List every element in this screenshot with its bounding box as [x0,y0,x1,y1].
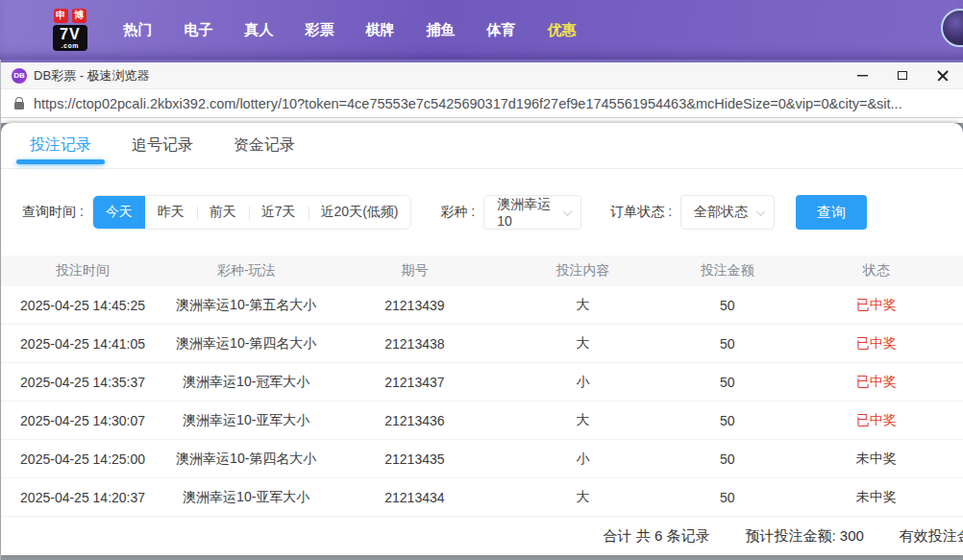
cell-time: 2025-04-25 14:35:37 [1,375,164,390]
column-header: 状态 [790,262,963,280]
nav-item[interactable]: 棋牌 [364,15,397,45]
cell-time: 2025-04-25 14:41:05 [1,336,164,352]
time-filter-option[interactable]: 前天 [197,196,249,229]
maximize-icon [898,71,907,80]
column-header: 投注金额 [665,262,790,280]
cell-issue: 21213439 [328,298,501,313]
cell-time: 2025-04-25 14:30:07 [1,413,164,428]
time-filter-option[interactable]: 昨天 [145,196,197,229]
table-row: 2025-04-25 14:30:07澳洲幸运10-亚军大小21213436大5… [1,402,963,440]
cell-amount: 50 [665,298,790,313]
url-text[interactable]: https://ctop02pcali.2kbxi392.com/lottery… [34,96,902,111]
nav-item[interactable]: 热门 [122,15,155,45]
order-status-select[interactable]: 全部状态 [680,195,775,230]
logo-badge-bo: 博 [72,9,86,23]
cell-amount: 50 [665,451,790,467]
cell-time: 2025-04-25 14:45:25 [1,298,164,313]
table-header-row: 投注时间彩种-玩法期号投注内容投注金额状态 [1,256,963,286]
logo-box: 7V .com [53,25,87,52]
cell-status: 已中奖 [790,412,963,429]
minimize-icon [857,75,868,76]
tab-item[interactable]: 资金记录 [234,123,295,168]
time-filter-option[interactable]: 近20天(低频) [309,196,411,229]
cell-status: 已中奖 [790,335,963,353]
time-filter-group: 今天昨天前天近7天近20天(低频) [92,195,412,230]
minimize-button[interactable] [842,62,882,88]
cell-content: 小 [501,450,664,468]
cell-status: 未中奖 [790,489,963,506]
cell-issue: 21213434 [328,490,501,505]
floating-widget-icon[interactable] [941,9,963,47]
table-row: 2025-04-25 14:45:25澳洲幸运10-第五名大小21213439大… [1,286,963,325]
chevron-down-icon [756,207,766,216]
lottery-filter-label: 彩种 : [440,204,475,221]
summary-total-records: 合计 共 6 条记录 [604,527,710,546]
close-button[interactable] [923,62,963,88]
lock-icon [14,102,24,110]
record-tabs: 投注记录追号记录资金记录 [1,123,963,169]
nav-item[interactable]: 电子 [183,15,215,45]
status-filter-label: 订单状态 : [610,204,672,221]
cell-game: 澳洲幸运10-冠军大小 [164,374,328,391]
time-filter-label: 查询时间 : [22,204,84,221]
time-filter-option[interactable]: 今天 [93,196,145,229]
cell-amount: 50 [665,375,790,390]
cell-game: 澳洲幸运10-第四名大小 [164,450,328,468]
lottery-select[interactable]: 澳洲幸运10 [483,195,581,230]
bet-records-table: 投注时间彩种-玩法期号投注内容投注金额状态 2025-04-25 14:45:2… [1,256,963,517]
search-button[interactable]: 查询 [796,195,867,230]
table-row: 2025-04-25 14:20:37澳洲幸运10-亚军大小21213434大5… [1,478,963,517]
table-row: 2025-04-25 14:25:00澳洲幸运10-第四名大小21213435小… [1,440,963,478]
logo-badge-shen: 申 [54,9,68,23]
column-header: 彩种-玩法 [164,262,328,280]
summary-expected-amount: 预计投注金额: 300 [745,527,863,546]
cell-time: 2025-04-25 14:25:00 [1,451,164,467]
nav-item[interactable]: 优惠 [546,15,579,45]
window-controls [842,62,963,88]
cell-game: 澳洲幸运10-亚军大小 [164,412,328,429]
time-filter-option[interactable]: 近7天 [249,196,309,229]
summary-valid-amount: 有效投注金额: [900,527,963,546]
cell-game: 澳洲幸运10-第四名大小 [164,335,328,353]
nav-item[interactable]: 彩票 [304,15,336,45]
cell-issue: 21213437 [328,375,501,390]
cell-status: 已中奖 [790,374,963,391]
maximize-button[interactable] [882,62,923,88]
cell-content: 大 [501,489,664,506]
page-content: 投注记录追号记录资金记录 查询时间 : 今天昨天前天近7天近20天(低频) 彩种… [1,123,963,560]
column-header: 期号 [328,262,501,280]
cell-status: 未中奖 [790,450,963,468]
cell-issue: 21213436 [328,413,501,428]
site-navbar: 申 博 7V .com 热门电子真人彩票棋牌捕鱼体育优惠 [0,0,963,60]
close-icon [937,70,949,82]
logo-badges: 申 博 [54,9,86,23]
cell-content: 大 [501,412,664,429]
cell-status: 已中奖 [790,297,963,314]
cell-content: 大 [501,297,664,314]
tab-item[interactable]: 追号记录 [132,123,193,168]
order-status-value: 全部状态 [694,204,748,221]
cell-content: 小 [501,374,664,391]
address-bar[interactable]: https://ctop02pcali.2kbxi392.com/lottery… [1,88,963,118]
browser-titlebar: DB DB彩票 - 极速浏览器 [1,60,963,88]
site-nav-menu: 热门电子真人彩票棋牌捕鱼体育优惠 [122,15,579,45]
table-row: 2025-04-25 14:35:37澳洲幸运10-冠军大小21213437小5… [1,363,963,402]
column-header: 投注时间 [1,262,164,280]
logo-brand-text: 7V [60,27,81,42]
tab-item[interactable]: 投注记录 [30,123,91,168]
cell-content: 大 [501,335,664,353]
site-logo[interactable]: 申 博 7V .com [53,9,87,52]
cell-game: 澳洲幸运10-第五名大小 [164,297,328,314]
nav-item[interactable]: 捕鱼 [425,15,457,45]
window-title: DB彩票 - 极速浏览器 [34,67,150,85]
lottery-select-value: 澳洲幸运10 [497,196,564,229]
nav-item[interactable]: 真人 [243,15,276,45]
table-body: 2025-04-25 14:45:25澳洲幸运10-第五名大小21213439大… [1,286,963,517]
nav-item[interactable]: 体育 [485,15,518,45]
table-row: 2025-04-25 14:41:05澳洲幸运10-第四名大小21213438大… [1,325,963,363]
browser-favicon-icon: DB [12,68,27,84]
cell-amount: 50 [665,336,790,352]
cell-issue: 21213438 [328,336,501,352]
filter-bar: 查询时间 : 今天昨天前天近7天近20天(低频) 彩种 : 澳洲幸运10 订单状… [22,195,963,230]
cell-issue: 21213435 [328,451,501,467]
